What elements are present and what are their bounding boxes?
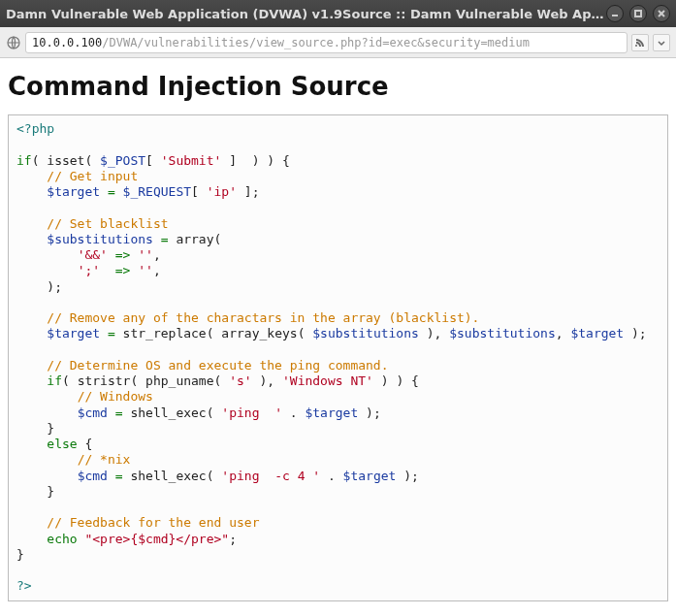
address-bar: 10.0.0.100/DVWA/vulnerabilities/view_sou…	[0, 27, 676, 58]
var: $target	[570, 326, 624, 340]
site-identity-icon[interactable]	[6, 35, 21, 50]
var: $target	[305, 405, 358, 420]
str: 'ping -c 4 '	[221, 469, 320, 483]
page-content: Command Injection Source <?php if( isset…	[0, 58, 676, 616]
str: ''	[138, 263, 153, 277]
str: ';'	[78, 263, 100, 277]
page-title: Command Injection Source	[8, 72, 668, 101]
str: 's'	[229, 373, 251, 388]
var: $target	[47, 326, 100, 340]
var: $target	[47, 184, 100, 199]
var: $target	[343, 469, 397, 483]
op: =	[115, 469, 123, 483]
close-button[interactable]	[653, 5, 670, 22]
var: $cmd	[78, 405, 108, 420]
fn: array	[176, 232, 213, 246]
op: =	[161, 232, 169, 246]
dropdown-icon[interactable]	[653, 34, 670, 51]
php-close-tag: ?>	[16, 578, 32, 593]
op: =>	[115, 263, 131, 277]
fn: php_uname	[145, 373, 213, 388]
svg-rect-1	[635, 11, 641, 16]
url-host: 10.0.0.100	[32, 36, 102, 49]
comment: // Set blacklist	[47, 216, 168, 231]
url-input[interactable]: 10.0.0.100/DVWA/vulnerabilities/view_sou…	[25, 32, 628, 53]
feed-icon[interactable]	[631, 34, 649, 51]
kw: if	[16, 153, 32, 168]
str: 'Submit'	[161, 153, 222, 168]
var: $_REQUEST	[123, 184, 191, 199]
var: $substitutions	[449, 326, 556, 340]
comment: // Remove any of the charactars in the a…	[47, 310, 479, 325]
op: =	[115, 405, 123, 420]
fn: stristr	[78, 373, 131, 388]
comment: // Windows	[78, 389, 153, 404]
var: $_POST	[100, 153, 145, 168]
str: '&&'	[78, 247, 108, 262]
comment: // Determine OS and execute the ping com…	[47, 358, 388, 373]
comment: // *nix	[78, 452, 131, 467]
str: 'ip'	[207, 184, 237, 199]
fn: array_keys	[221, 326, 297, 340]
str: "<pre>{$cmd}</pre>"	[84, 532, 229, 546]
op: =>	[115, 247, 131, 262]
source-code-box: <?php if( isset( $_POST[ 'Submit' ] ) ) …	[8, 114, 668, 601]
php-open-tag: <?php	[16, 121, 54, 136]
str: ''	[138, 247, 153, 262]
window-title: Damn Vulnerable Web Application (DVWA) v…	[6, 7, 606, 21]
var: $substitutions	[47, 232, 153, 246]
kw: else	[47, 437, 77, 451]
window-titlebar: Damn Vulnerable Web Application (DVWA) v…	[0, 0, 676, 27]
kw: if	[47, 373, 62, 388]
op: =	[108, 184, 115, 199]
var: $cmd	[78, 469, 108, 483]
op: =	[108, 326, 115, 340]
fn: str_replace	[123, 326, 207, 340]
str: 'ping '	[221, 405, 282, 420]
comment: // Get input	[47, 169, 138, 183]
var: $substitutions	[312, 326, 419, 340]
str: 'Windows NT'	[282, 373, 373, 388]
fn: shell_exec	[130, 469, 206, 483]
fn: shell_exec	[130, 405, 206, 420]
minimize-button[interactable]	[606, 5, 624, 22]
fn: isset	[47, 153, 84, 168]
maximize-button[interactable]	[629, 5, 647, 22]
url-path: /DVWA/vulnerabilities/view_source.php?id…	[102, 36, 530, 49]
kw: echo	[47, 532, 77, 546]
comment: // Feedback for the end user	[47, 515, 259, 530]
